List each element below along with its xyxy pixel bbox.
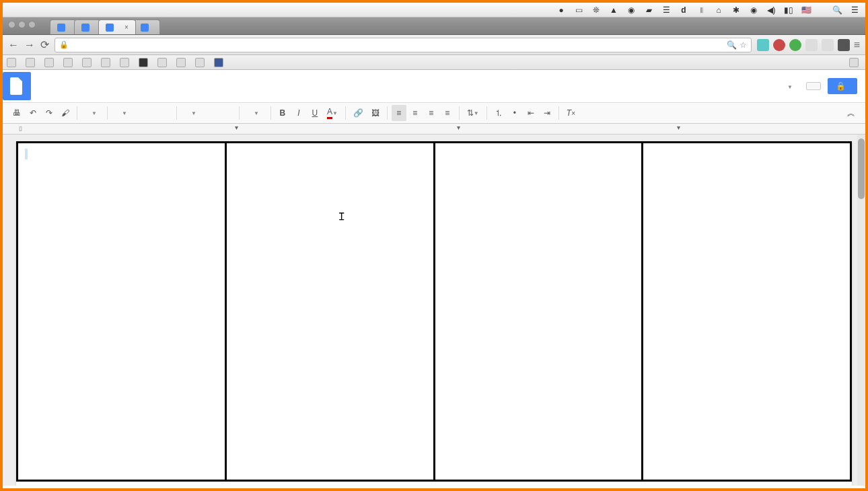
menubar-batt-icon[interactable]: ▮▯ (783, 5, 794, 15)
forward-button[interactable]: → (24, 39, 35, 51)
clear-format-button[interactable]: T× (563, 105, 579, 121)
docs-menu-file[interactable] (40, 87, 48, 89)
close-tab-icon[interactable]: × (124, 24, 129, 31)
bookmark-item[interactable] (139, 58, 151, 67)
line-spacing-button[interactable]: ⇅ ▼ (464, 105, 482, 121)
menubar-wifi-icon[interactable]: ◉ (748, 5, 759, 15)
ruler-tab-indicator[interactable]: ▾ (457, 124, 460, 131)
bold-button[interactable]: B (275, 105, 290, 121)
menubar-flag-icon[interactable]: 🇺🇸 (801, 5, 811, 15)
menubar-rec-icon[interactable]: ● (556, 5, 567, 15)
panel-1[interactable] (18, 143, 227, 480)
bookmark-item[interactable] (195, 58, 207, 67)
tab-1[interactable] (50, 20, 77, 34)
ext-icon-4[interactable] (805, 39, 818, 51)
share-button[interactable]: 🔒 (828, 78, 857, 94)
window-min-button[interactable] (18, 21, 26, 28)
numbered-list-button[interactable]: ⒈ (491, 105, 506, 121)
menubar-vol-icon[interactable]: ◀) (766, 5, 776, 15)
bookmark-item[interactable] (176, 58, 188, 67)
menubar-cloud-icon[interactable]: ▲ (608, 5, 619, 15)
zoom-icon[interactable]: 🔍 (727, 40, 737, 50)
user-menu[interactable]: ▼ (787, 81, 793, 91)
image-button[interactable]: 🖼 (368, 105, 383, 121)
bookmark-item[interactable] (44, 58, 57, 67)
panel-3[interactable] (435, 143, 644, 480)
bookmark-item[interactable] (101, 58, 113, 67)
docs-menu-help[interactable] (106, 87, 114, 89)
tab-3-active[interactable]: × (98, 20, 136, 34)
ruler[interactable]: ▯ ▾ ▾ ▾ (3, 124, 865, 135)
tab-4[interactable] (133, 20, 160, 34)
indent-decrease-button[interactable]: ⇤ (523, 105, 538, 121)
vertical-scrollbar[interactable] (857, 135, 865, 486)
panel-4[interactable] (643, 143, 850, 480)
apps-button[interactable] (7, 58, 19, 67)
menubar-list-icon[interactable]: ☰ (849, 5, 860, 15)
bookmark-item[interactable] (82, 58, 94, 67)
menubar-net-icon[interactable]: ☰ (661, 5, 672, 15)
docs-menu-view[interactable] (59, 87, 67, 89)
menubar-db-icon[interactable]: ⫴ (696, 5, 707, 15)
docs-menu-format[interactable] (78, 87, 86, 89)
chrome-menu-button[interactable]: ≡ (854, 39, 860, 51)
bookmark-item[interactable] (63, 58, 75, 67)
ext-icon-2[interactable] (773, 39, 785, 51)
menubar-bt-icon[interactable]: ✱ (731, 5, 742, 15)
font-dropdown[interactable]: ▼ (181, 107, 235, 120)
italic-button[interactable]: I (291, 105, 306, 121)
back-button[interactable]: ← (8, 39, 19, 51)
page[interactable]: 𝙸 (16, 141, 852, 486)
menubar-sync-icon[interactable]: ❊ (591, 5, 602, 15)
align-left-button[interactable]: ≡ (392, 105, 406, 121)
menubar-display-icon[interactable]: ▭ (573, 5, 584, 15)
reload-button[interactable]: ⟳ (40, 38, 49, 51)
bulleted-list-button[interactable]: • (507, 105, 522, 121)
text-color-button[interactable]: A ▼ (324, 105, 341, 121)
tab-2[interactable] (74, 20, 101, 34)
ruler-left-margin[interactable]: ▯ (19, 125, 22, 132)
undo-button[interactable]: ↶ (26, 105, 40, 121)
bookmark-item[interactable] (120, 58, 132, 67)
ext-icon-6[interactable] (838, 39, 850, 51)
menubar-d-icon[interactable]: d (678, 5, 689, 15)
document-canvas[interactable]: 𝙸 (3, 135, 865, 486)
align-center-button[interactable]: ≡ (408, 105, 423, 121)
scroll-thumb[interactable] (858, 139, 865, 199)
docs-menu-insert[interactable] (69, 87, 77, 89)
window-max-button[interactable] (28, 21, 36, 28)
style-dropdown[interactable]: ▼ (112, 107, 172, 120)
menubar-hat-icon[interactable]: ▰ (643, 5, 654, 15)
menubar-drop-icon[interactable]: ⌂ (713, 5, 724, 15)
zoom-dropdown[interactable]: ▼ (81, 107, 103, 120)
align-justify-button[interactable]: ≡ (440, 105, 455, 121)
docs-logo[interactable] (3, 72, 31, 100)
docs-menu-tools[interactable] (87, 87, 96, 89)
underline-button[interactable]: U (308, 105, 322, 121)
collapse-toolbar-button[interactable]: ︽ (844, 105, 859, 121)
address-bar[interactable]: 🔒 🔍 ☆ (55, 38, 752, 52)
paint-format-button[interactable]: 🖌 (58, 105, 73, 121)
panel-2[interactable]: 𝙸 (227, 143, 435, 480)
docs-menu-table[interactable] (97, 87, 105, 89)
indent-increase-button[interactable]: ⇥ (540, 105, 554, 121)
comments-button[interactable] (806, 82, 821, 90)
align-right-button[interactable]: ≡ (424, 105, 439, 121)
link-button[interactable]: 🔗 (350, 105, 367, 121)
ext-icon-1[interactable] (757, 39, 769, 51)
bookmark-item[interactable] (26, 58, 38, 67)
docs-menu-edit[interactable] (50, 87, 58, 89)
fontsize-dropdown[interactable]: ▼ (244, 107, 266, 120)
ext-icon-3[interactable] (789, 39, 801, 51)
other-bookmarks[interactable] (849, 58, 861, 67)
star-icon[interactable]: ☆ (739, 40, 747, 50)
print-button[interactable]: 🖶 (9, 105, 24, 121)
window-close-button[interactable] (8, 21, 15, 28)
menubar-search-icon[interactable]: 🔍 (832, 5, 842, 15)
ruler-tab-indicator[interactable]: ▾ (677, 124, 680, 131)
bookmark-item[interactable] (214, 58, 226, 67)
ruler-tab-indicator[interactable]: ▾ (235, 124, 238, 131)
ext-icon-5[interactable] (822, 39, 834, 51)
bookmark-item[interactable] (157, 58, 170, 67)
redo-button[interactable]: ↷ (42, 105, 57, 121)
